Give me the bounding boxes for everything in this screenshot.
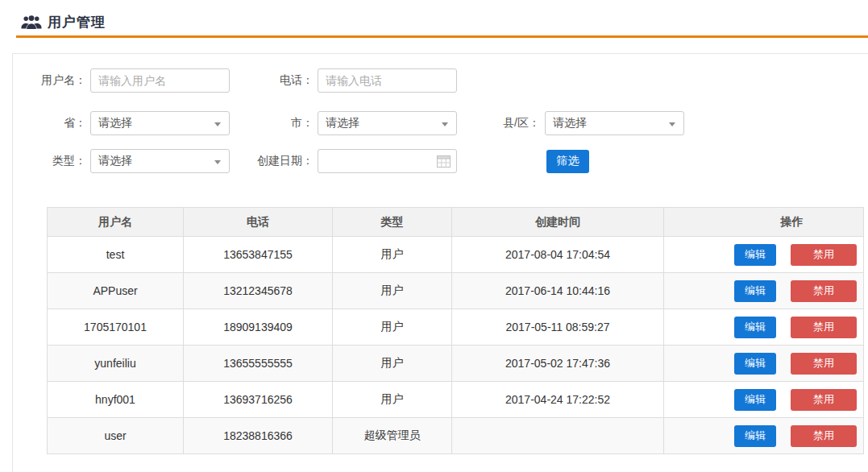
edit-button[interactable]: 编辑 (734, 353, 776, 375)
table-row: 1705170101 18909139409 用户 2017-05-11 08:… (48, 309, 864, 346)
phone-label: 电话： (230, 73, 318, 88)
cell-phone: 13212345678 (184, 273, 333, 309)
cell-type: 超级管理员 (333, 418, 452, 454)
filter-and-table-panel: 用户名： 电话： 省： 请选择 市： 请选择 县/区： 请选择 类型： 请选择 … (12, 53, 868, 472)
county-select-value: 请选择 (553, 116, 587, 130)
city-label: 市： (230, 116, 318, 130)
chevron-down-icon (442, 122, 448, 126)
province-label: 省： (13, 116, 90, 130)
filter-submit-button[interactable]: 筛选 (546, 150, 589, 173)
edit-button[interactable]: 编辑 (734, 244, 776, 266)
table-header-row: 用户名 电话 类型 创建时间 操作 (48, 208, 864, 237)
disable-button[interactable]: 禁用 (791, 317, 857, 338)
county-label: 县/区： (457, 116, 545, 130)
users-table-wrapper: 用户名 电话 类型 创建时间 操作 test 13653847155 用户 20… (47, 207, 868, 454)
cell-created: 2017-08-04 17:04:54 (452, 237, 664, 273)
province-select-value: 请选择 (98, 116, 132, 130)
table-row: APPuser 13212345678 用户 2017-06-14 10:44:… (48, 273, 864, 309)
filter-row-2: 省： 请选择 市： 请选择 县/区： 请选择 (13, 111, 868, 135)
create-date-label: 创建日期： (230, 154, 318, 168)
cell-phone: 13653847155 (184, 237, 333, 273)
type-select[interactable]: 请选择 (90, 149, 230, 173)
username-label: 用户名： (13, 73, 90, 88)
cell-created (452, 418, 664, 454)
col-header-phone: 电话 (184, 208, 333, 237)
col-header-created: 创建时间 (452, 208, 664, 237)
city-select-value: 请选择 (326, 116, 359, 130)
cell-username: user (48, 418, 184, 454)
type-label: 类型： (13, 154, 90, 168)
create-date-input[interactable] (318, 149, 457, 173)
disable-button[interactable]: 禁用 (791, 389, 857, 411)
col-header-actions: 操作 (664, 208, 864, 237)
edit-button[interactable]: 编辑 (734, 425, 776, 447)
phone-input[interactable] (318, 68, 457, 93)
filter-row-1: 用户名： 电话： (13, 68, 868, 93)
cell-phone: 13693716256 (184, 382, 333, 418)
type-select-value: 请选择 (98, 154, 132, 168)
filter-row-3: 类型： 请选择 创建日期： 筛选 (13, 149, 868, 173)
table-row: user 18238816366 超级管理员 编辑 禁用 (48, 418, 864, 454)
cell-type: 用户 (333, 237, 452, 273)
cell-phone: 18909139409 (184, 309, 333, 346)
table-row: yunfeiliu 13655555555 用户 2017-05-02 17:4… (48, 346, 864, 382)
col-header-username: 用户名 (48, 208, 184, 237)
cell-created: 2017-04-24 17:22:52 (452, 382, 664, 418)
username-input[interactable] (90, 68, 230, 93)
cell-type: 用户 (333, 309, 452, 346)
page-title: 用户管理 (48, 13, 106, 31)
edit-button[interactable]: 编辑 (734, 317, 776, 338)
cell-username: hnyf001 (48, 382, 184, 418)
cell-type: 用户 (333, 273, 452, 309)
cell-phone: 13655555555 (184, 346, 333, 382)
disable-button[interactable]: 禁用 (791, 280, 857, 302)
cell-type: 用户 (333, 382, 452, 418)
accent-divider (16, 35, 868, 38)
users-table: 用户名 电话 类型 创建时间 操作 test 13653847155 用户 20… (47, 207, 864, 454)
cell-username: APPuser (48, 273, 184, 309)
disable-button[interactable]: 禁用 (791, 425, 857, 447)
table-row: hnyf001 13693716256 用户 2017-04-24 17:22:… (48, 382, 864, 418)
table-row: test 13653847155 用户 2017-08-04 17:04:54 … (48, 237, 864, 273)
calendar-icon (437, 155, 451, 170)
cell-created: 2017-05-02 17:47:36 (452, 346, 664, 382)
disable-button[interactable]: 禁用 (791, 353, 857, 375)
col-header-type: 类型 (333, 208, 452, 237)
cell-phone: 18238816366 (184, 418, 333, 454)
cell-username: yunfeiliu (48, 346, 184, 382)
users-icon (21, 14, 42, 31)
disable-button[interactable]: 禁用 (791, 244, 857, 266)
cell-type: 用户 (333, 346, 452, 382)
cell-username: 1705170101 (48, 309, 184, 346)
province-select[interactable]: 请选择 (90, 111, 230, 135)
chevron-down-icon (214, 122, 221, 126)
edit-button[interactable]: 编辑 (734, 280, 776, 302)
edit-button[interactable]: 编辑 (734, 389, 776, 411)
cell-created: 2017-06-14 10:44:16 (452, 273, 664, 309)
cell-created: 2017-05-11 08:59:27 (452, 309, 664, 346)
county-select[interactable]: 请选择 (545, 111, 684, 135)
page-header: 用户管理 (0, 0, 868, 35)
cell-username: test (48, 237, 184, 273)
chevron-down-icon (214, 160, 221, 164)
city-select[interactable]: 请选择 (318, 111, 457, 135)
chevron-down-icon (669, 122, 675, 126)
